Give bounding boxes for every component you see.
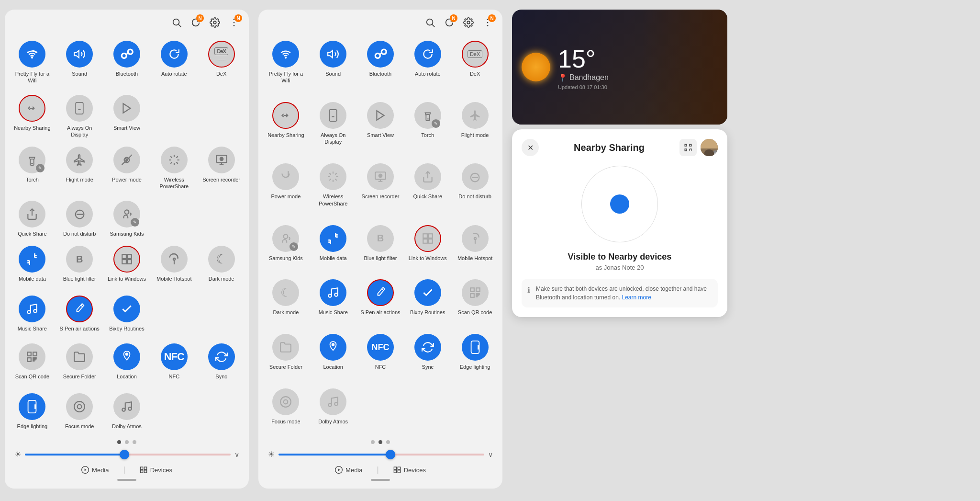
tile-wifi[interactable]: Pretty Fly for a Wifi — [10, 36, 55, 88]
tile2-darkmode[interactable]: ☾ Dark mode — [263, 274, 309, 327]
tile-dex[interactable]: DeX ____ DeX — [199, 36, 244, 88]
tile2-edge-label: Edge lighting — [460, 364, 490, 370]
tile-torch[interactable]: ✎ Torch — [10, 142, 55, 194]
s-pen-label: S Pen air actions — [60, 325, 100, 332]
tile-nfc[interactable]: NFC NFC — [151, 339, 197, 387]
tile2-qr[interactable]: Scan QR code — [452, 274, 498, 327]
brightness-track-1[interactable] — [25, 454, 231, 455]
tile-quick-share[interactable]: Quick Share — [10, 196, 55, 241]
media-btn-2[interactable]: Media — [335, 466, 362, 474]
tile2-sound[interactable]: Sound — [311, 36, 356, 95]
tile2-dex[interactable]: DeX DeX — [452, 36, 498, 95]
tile-sync[interactable]: Sync — [199, 339, 244, 387]
tile2-nfc[interactable]: NFC NFC — [358, 329, 403, 382]
devices-btn-2[interactable]: Devices — [393, 466, 426, 474]
settings-icon[interactable] — [210, 17, 220, 30]
tile2-nearby[interactable]: Nearby Sharing — [263, 97, 309, 157]
tile2-sync[interactable]: Sync — [405, 329, 450, 382]
tile-location[interactable]: Location — [104, 339, 150, 387]
brightness-chevron-1[interactable]: ∨ — [234, 451, 239, 458]
settings-icon-2[interactable] — [463, 17, 474, 30]
tile2-linkwindows[interactable]: Link to Windows — [405, 220, 450, 273]
rotate-icon-2[interactable]: N — [444, 17, 455, 30]
tile2-wifi[interactable]: Pretty Fly for a Wifi — [263, 36, 309, 95]
tile2-flight[interactable]: Flight mode — [452, 97, 498, 157]
tile-secure-folder[interactable]: Secure Folder — [57, 339, 102, 387]
nearby-avatar[interactable]: ⚙ — [701, 139, 718, 156]
tile2-smartview[interactable]: Smart View — [358, 97, 403, 157]
tile2-dnd[interactable]: ⊖ Do not disturb — [452, 159, 498, 218]
dnd-icon: ⊖ — [66, 201, 93, 228]
svg-rect-90 — [685, 149, 687, 151]
tile-bixby[interactable]: Bixby Routines — [104, 291, 150, 339]
nearby-scan-icon[interactable] — [679, 139, 697, 156]
tile2-power[interactable]: Power mode — [263, 159, 309, 218]
tile2-spen[interactable]: S Pen air actions — [358, 274, 403, 327]
nearby-close-button[interactable]: ✕ — [522, 139, 539, 156]
tile-bluetooth[interactable]: ☍ Bluetooth — [104, 36, 150, 88]
more-icon-2[interactable]: N — [482, 17, 493, 30]
tile-dolby[interactable]: Dolby Atmos — [104, 388, 150, 436]
tile-hotspot[interactable]: Mobile Hotspot — [151, 241, 197, 289]
tile2-focus[interactable]: Focus mode — [263, 384, 309, 436]
tile2-bluelight-icon: B — [367, 225, 394, 252]
tile2-mobile-data[interactable]: Mobile data — [311, 220, 356, 273]
tile-autorotate[interactable]: Auto rotate — [151, 36, 197, 88]
tile2-smartview-label: Smart View — [367, 132, 394, 138]
tile-dark-mode[interactable]: ☾ Dark mode — [199, 241, 244, 289]
search-icon[interactable] — [171, 17, 182, 30]
tile2-alwayson-label: Always On Display — [312, 132, 354, 146]
tile-sound[interactable]: Sound — [57, 36, 102, 88]
tile-focus[interactable]: Focus mode — [57, 388, 102, 436]
tile-alwayson[interactable]: Always On Display — [57, 90, 102, 142]
tile-power[interactable]: Power mode — [104, 142, 150, 194]
tile-blue-light[interactable]: B Blue light filter — [57, 241, 102, 289]
tile2-bixby[interactable]: Bixby Routines — [405, 274, 450, 327]
tile2-secure[interactable]: Secure Folder — [263, 329, 309, 382]
tile-flight[interactable]: Flight mode — [57, 142, 102, 194]
tile-screen-recorder[interactable]: Screen recorder — [199, 142, 244, 194]
tile2-dolby[interactable]: Dolby Atmos — [311, 384, 356, 436]
tile2-torch[interactable]: ✎ Torch — [405, 97, 450, 157]
svg-rect-87 — [398, 470, 400, 473]
brightness-track-2[interactable] — [278, 454, 484, 455]
tile2-bluetooth-label: Bluetooth — [369, 70, 391, 77]
learn-more-link[interactable]: Learn more — [622, 294, 651, 301]
more-icon[interactable]: N — [229, 17, 239, 30]
sync-icon — [208, 343, 235, 370]
tile2-kids[interactable]: ✎ Samsung Kids — [263, 220, 309, 273]
page2-dot-3 — [386, 440, 390, 444]
tile2-screenrec[interactable]: Screen recorder — [358, 159, 403, 218]
search-icon-2[interactable] — [425, 17, 435, 30]
brightness-chevron-2[interactable]: ∨ — [488, 451, 493, 458]
tile2-bluelight[interactable]: B Blue light filter — [358, 220, 403, 273]
tile-link-windows[interactable]: Link to Windows — [104, 241, 150, 289]
tile-mobile-data[interactable]: Mobile data — [10, 241, 55, 289]
brightness-thumb-2[interactable] — [386, 450, 395, 459]
tile2-edge[interactable]: Edge lighting — [452, 329, 498, 382]
edge-lighting-label: Edge lighting — [17, 423, 48, 430]
tile-music-share[interactable]: Music Share — [10, 291, 55, 339]
tile-smartview[interactable]: Smart View — [104, 90, 150, 142]
tile2-autorotate[interactable]: Auto rotate — [405, 36, 450, 95]
tile2-bluetooth[interactable]: ☍ Bluetooth — [358, 36, 403, 95]
tile-s-pen[interactable]: S Pen air actions — [57, 291, 102, 339]
tile2-musicshare[interactable]: Music Share — [311, 274, 356, 327]
brightness-thumb-1[interactable] — [120, 450, 129, 459]
tile2-quickshare[interactable]: Quick Share — [405, 159, 450, 218]
tile-wireless-ps[interactable]: Wireless PowerShare — [151, 142, 197, 194]
tile-kids[interactable]: ✎ Samsung Kids — [104, 196, 150, 241]
tile-edge-lighting[interactable]: Edge lighting — [10, 388, 55, 436]
tile2-wps[interactable]: Wireless PowerShare — [311, 159, 356, 218]
tile2-location[interactable]: Location — [311, 329, 356, 382]
media-btn[interactable]: Media — [81, 466, 109, 474]
devices-btn[interactable]: Devices — [140, 466, 172, 474]
rotate-icon[interactable]: N — [190, 17, 201, 30]
tile-scan-qr[interactable]: Scan QR code — [10, 339, 55, 387]
svg-point-34 — [74, 401, 85, 412]
tile2-hotspot[interactable]: Mobile Hotspot — [452, 220, 498, 273]
tile2-alwayson[interactable]: Always On Display — [311, 97, 356, 157]
tile-dnd[interactable]: ⊖ Do not disturb — [57, 196, 102, 241]
svg-rect-11 — [31, 159, 34, 165]
tile-nearby[interactable]: Nearby Sharing — [10, 90, 55, 142]
